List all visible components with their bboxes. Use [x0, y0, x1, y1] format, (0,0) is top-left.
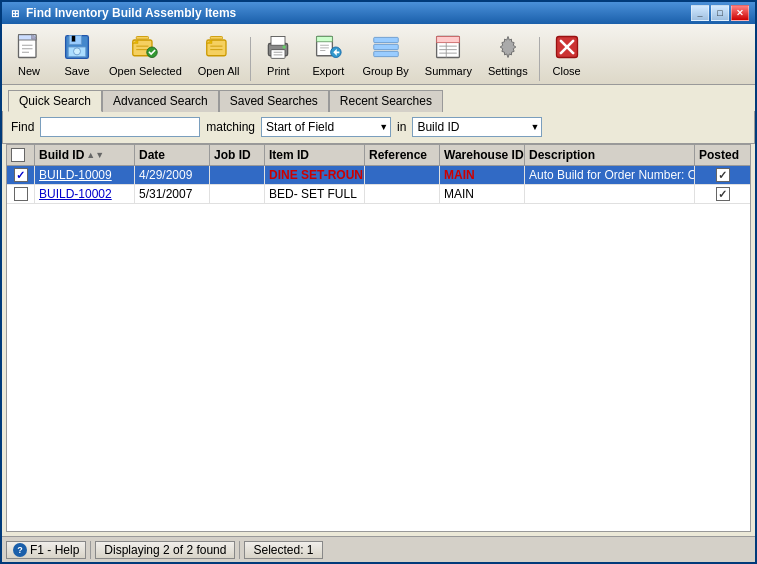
results-table: Build ID ▲▼ Date Job ID Item ID Referenc…	[6, 144, 751, 532]
window-icon: ⊞	[8, 6, 22, 20]
matching-select[interactable]: Start of Field Any Part of Field Exact M…	[264, 120, 388, 134]
row2-job-id	[210, 185, 265, 203]
open-selected-label: Open Selected	[109, 65, 182, 77]
th-item-id[interactable]: Item ID	[265, 145, 365, 165]
title-bar-buttons: _ □ ✕	[691, 5, 749, 21]
help-icon: ?	[13, 543, 27, 557]
print-button[interactable]: Print	[255, 27, 301, 81]
table-body: BUILD-10009 4/29/2009 DINE SET-ROUND MAI…	[7, 166, 750, 531]
close-window-button[interactable]: ✕	[731, 5, 749, 21]
table-row[interactable]: BUILD-10002 5/31/2007 BED- SET FULL MAIN	[7, 185, 750, 204]
row2-item-id: BED- SET FULL	[265, 185, 365, 203]
help-label: F1 - Help	[30, 543, 79, 557]
print-label: Print	[267, 65, 290, 77]
svg-rect-8	[72, 36, 76, 42]
find-label: Find	[11, 120, 34, 134]
tabs-area: Quick Search Advanced Search Saved Searc…	[2, 85, 755, 111]
selected-count: Selected: 1	[244, 541, 322, 559]
main-window: ⊞ Find Inventory Build Assembly Items _ …	[0, 0, 757, 564]
tab-recent-searches[interactable]: Recent Searches	[329, 90, 443, 112]
row1-posted	[695, 166, 750, 184]
title-bar: ⊞ Find Inventory Build Assembly Items _ …	[2, 2, 755, 24]
th-job-id[interactable]: Job ID	[210, 145, 265, 165]
th-description[interactable]: Description	[525, 145, 695, 165]
row2-checkbox[interactable]	[14, 187, 28, 201]
row1-date: 4/29/2009	[135, 166, 210, 184]
toolbar: New Save	[2, 24, 755, 85]
save-label: Save	[64, 65, 89, 77]
settings-icon	[492, 31, 524, 63]
tab-advanced-search[interactable]: Advanced Search	[102, 90, 219, 112]
field-select[interactable]: Build ID Item ID Date Job ID Reference W…	[415, 120, 539, 134]
row1-item-id: DINE SET-ROUND	[265, 166, 365, 184]
svg-point-27	[283, 45, 287, 49]
export-label: Export	[312, 65, 344, 77]
settings-button[interactable]: Settings	[481, 27, 535, 81]
svg-rect-19	[210, 37, 222, 40]
th-reference[interactable]: Reference	[365, 145, 440, 165]
export-button[interactable]: Export	[303, 27, 353, 81]
group-by-label: Group By	[362, 65, 408, 77]
group-by-icon	[370, 31, 402, 63]
svg-rect-24	[271, 50, 285, 59]
row2-build-id-link[interactable]: BUILD-10002	[39, 187, 112, 201]
row2-posted	[695, 185, 750, 203]
svg-rect-23	[271, 37, 285, 46]
in-label: in	[397, 120, 406, 134]
minimize-button[interactable]: _	[691, 5, 709, 21]
status-bar: ? F1 - Help Displaying 2 of 2 found Sele…	[2, 536, 755, 562]
new-icon	[13, 31, 45, 63]
matching-dropdown[interactable]: Start of Field Any Part of Field Exact M…	[261, 117, 391, 137]
svg-rect-35	[373, 37, 398, 42]
row1-item-id-text: DINE SET-ROUND	[269, 168, 365, 182]
close-icon	[551, 31, 583, 63]
table-row[interactable]: BUILD-10009 4/29/2009 DINE SET-ROUND MAI…	[7, 166, 750, 185]
new-button[interactable]: New	[6, 27, 52, 81]
window-title: Find Inventory Build Assembly Items	[26, 6, 691, 20]
svg-point-10	[74, 48, 81, 55]
row1-checkbox-cell[interactable]	[7, 166, 35, 184]
row1-job-id	[210, 166, 265, 184]
th-checkbox[interactable]	[7, 145, 35, 165]
export-icon	[312, 31, 344, 63]
th-date[interactable]: Date	[135, 145, 210, 165]
maximize-button[interactable]: □	[711, 5, 729, 21]
summary-icon	[432, 31, 464, 63]
row2-posted-checkbox	[716, 187, 730, 201]
th-build-id[interactable]: Build ID ▲▼	[35, 145, 135, 165]
svg-rect-29	[317, 37, 333, 42]
open-selected-button[interactable]: Open Selected	[102, 27, 189, 81]
display-count: Displaying 2 of 2 found	[95, 541, 235, 559]
row1-warehouse-text: MAIN	[444, 168, 475, 182]
table-header: Build ID ▲▼ Date Job ID Item ID Referenc…	[7, 145, 750, 166]
row1-warehouse-id: MAIN	[440, 166, 525, 184]
tab-saved-searches[interactable]: Saved Searches	[219, 90, 329, 112]
row1-checkbox[interactable]	[14, 168, 28, 182]
row2-description	[525, 185, 695, 203]
find-input[interactable]	[40, 117, 200, 137]
row1-build-id-link[interactable]: BUILD-10009	[39, 168, 112, 182]
help-button[interactable]: ? F1 - Help	[6, 541, 86, 559]
summary-button[interactable]: Summary	[418, 27, 479, 81]
row1-build-id[interactable]: BUILD-10009	[35, 166, 135, 184]
tab-quick-search[interactable]: Quick Search	[8, 90, 102, 112]
svg-rect-36	[373, 44, 398, 49]
svg-rect-37	[373, 51, 398, 56]
status-separator-2	[239, 541, 240, 559]
print-icon	[262, 31, 294, 63]
row2-checkbox-cell[interactable]	[7, 185, 35, 203]
toolbar-separator-2	[539, 37, 540, 81]
close-button[interactable]: Close	[544, 27, 590, 81]
th-warehouse-id[interactable]: Warehouse ID	[440, 145, 525, 165]
group-by-button[interactable]: Group By	[355, 27, 415, 81]
svg-rect-39	[437, 37, 460, 43]
close-label: Close	[553, 65, 581, 77]
save-button[interactable]: Save	[54, 27, 100, 81]
header-checkbox[interactable]	[11, 148, 25, 162]
row2-build-id[interactable]: BUILD-10002	[35, 185, 135, 203]
field-dropdown[interactable]: Build ID Item ID Date Job ID Reference W…	[412, 117, 542, 137]
row2-warehouse-id: MAIN	[440, 185, 525, 203]
th-posted[interactable]: Posted	[695, 145, 750, 165]
open-all-button[interactable]: Open All	[191, 27, 247, 81]
settings-label: Settings	[488, 65, 528, 77]
